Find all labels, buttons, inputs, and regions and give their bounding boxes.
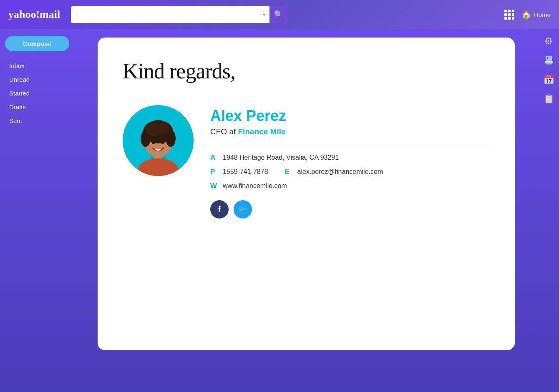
contact-email: alex.perez@financemile.com (297, 168, 383, 176)
contact-address-row: A 1948 Heritage Road, Visalia, CA 93291 (210, 153, 490, 162)
calendar-icon[interactable]: 📅 (543, 74, 554, 85)
contact-company: Finance Mile (238, 127, 286, 136)
svg-point-9 (151, 140, 156, 144)
svg-point-10 (161, 140, 165, 144)
facebook-button[interactable]: f (210, 200, 229, 219)
yahoo-logo: yahoo!mail (8, 8, 60, 21)
email-label: E (285, 168, 292, 176)
contact-card-icon[interactable]: 📇 (543, 55, 554, 66)
email-greeting: Kind regards, (123, 58, 490, 84)
header: yahoo!mail ▾ 🔍 🏠 Home (0, 0, 559, 29)
sidebar: Compose Inbox Unread Starred Drafts Sent (0, 29, 74, 392)
contact-title-prefix: CFO at (210, 127, 238, 136)
chevron-down-icon[interactable]: ▾ (263, 12, 265, 18)
phone-group: P 1559-741-7878 (210, 168, 268, 176)
avatar-image (123, 105, 194, 176)
contact-title: CFO at Finance Mile (210, 127, 490, 136)
contact-info: Alex Perez CFO at Finance Mile A 1948 He… (210, 105, 490, 219)
avatar (123, 105, 194, 176)
email-card: Kind regards, (98, 38, 515, 350)
svg-point-8 (155, 123, 170, 134)
search-icon: 🔍 (274, 10, 283, 19)
sidebar-item-sent[interactable]: Sent (5, 115, 69, 127)
web-label: W (210, 182, 218, 190)
search-input[interactable] (75, 11, 263, 18)
contact-website-row: W www.financemile.com (210, 182, 490, 190)
content-area: Kind regards, (74, 29, 538, 392)
address-label: A (210, 153, 218, 162)
contact-phone: 1559-741-7878 (223, 168, 268, 176)
twitter-button[interactable]: 🐦 (234, 200, 252, 219)
header-right: 🏠 Home (504, 10, 551, 20)
divider (210, 144, 490, 144)
twitter-icon: 🐦 (238, 204, 248, 214)
contact-name: Alex Perez (210, 107, 490, 125)
search-input-wrap: ▾ (71, 6, 269, 23)
contact-phone-email-row: P 1559-741-7878 E alex.perez@financemile… (210, 168, 490, 176)
sidebar-item-starred[interactable]: Starred (5, 87, 69, 99)
settings-icon[interactable]: ⚙ (544, 36, 553, 47)
search-bar: ▾ 🔍 (71, 6, 288, 23)
sidebar-item-drafts[interactable]: Drafts (5, 101, 69, 113)
notes-icon[interactable]: 📋 (543, 93, 554, 104)
social-icons: f 🐦 (210, 200, 490, 219)
facebook-icon: f (218, 205, 221, 214)
phone-label: P (210, 168, 218, 176)
contact-website: www.financemile.com (223, 182, 287, 190)
home-icon: 🏠 (521, 10, 531, 20)
sidebar-item-inbox[interactable]: Inbox (5, 60, 69, 72)
signature-block: Alex Perez CFO at Finance Mile A 1948 He… (123, 105, 490, 219)
compose-button[interactable]: Compose (5, 36, 69, 51)
search-button[interactable]: 🔍 (269, 6, 288, 23)
home-label: Home (534, 11, 551, 18)
contact-address: 1948 Heritage Road, Visalia, CA 93291 (223, 154, 339, 161)
right-panel: ⚙ 📇 📅 📋 (538, 29, 559, 392)
home-link[interactable]: 🏠 Home (521, 10, 551, 20)
sidebar-item-unread[interactable]: Unread (5, 73, 69, 85)
main-layout: Compose Inbox Unread Starred Drafts Sent… (0, 29, 559, 392)
grid-apps-icon[interactable] (504, 10, 514, 20)
email-group: E alex.perez@financemile.com (285, 168, 383, 176)
